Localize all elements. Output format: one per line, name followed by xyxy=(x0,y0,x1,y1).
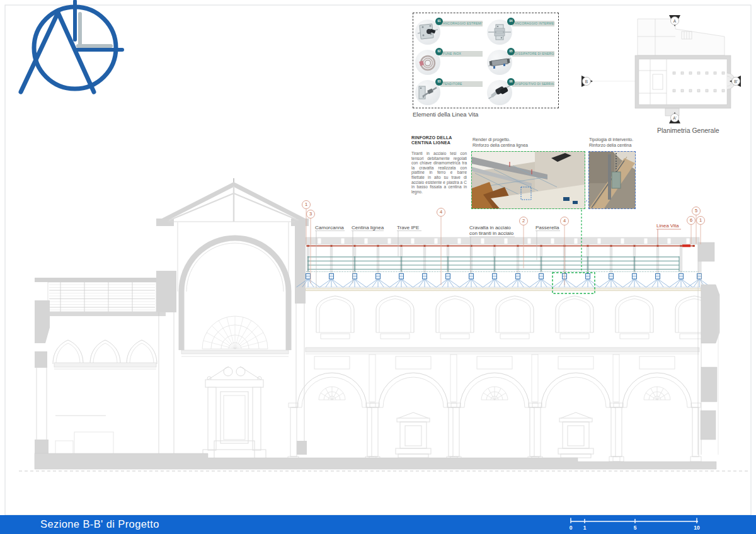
callout-5: 5 xyxy=(692,207,701,215)
element-number-badge: 04 xyxy=(507,18,515,25)
right-wall xyxy=(698,242,719,455)
callout-4b: 4 xyxy=(560,217,569,225)
callout-1: 1 xyxy=(302,200,311,209)
element-label: DISPOSITIVO DI SERRAGGIO xyxy=(512,81,554,87)
element-label-bar: DISSIPATORE DI ENERGIA xyxy=(512,51,554,57)
reinforcement-title: RINFORZO DELLACENTINA LIGNEA xyxy=(411,135,467,145)
section-drawing: A A' B B' xyxy=(0,0,756,534)
element-label-bar: ANCORAGGIO INTERMEDIO xyxy=(512,21,554,26)
planimetria-plan: A A' B B' xyxy=(581,15,741,123)
photo-scene xyxy=(589,152,635,208)
nave-clerestory xyxy=(316,296,713,339)
nave-arcade xyxy=(288,355,701,462)
camorcanna-band xyxy=(306,288,701,291)
scale-bar: 0 1 5 10 xyxy=(561,515,712,534)
photo-caption: Tipologia di intervento.Rinforzo della c… xyxy=(589,137,633,148)
centina-braces xyxy=(297,274,711,288)
element-number-badge: 01 xyxy=(435,18,443,25)
label-passerella: Passerella xyxy=(536,225,559,230)
element-label-bar: ANCORAGGIO ESTREMITÀ xyxy=(440,21,483,26)
element-item-03: TENDITORE 03 xyxy=(415,79,485,108)
linea-vita-elements-panel: ANCORAGGIO ESTREMITÀ 01 ANCORAGGIO INTER… xyxy=(413,13,559,108)
callout-6: 6 xyxy=(687,216,696,225)
render-image xyxy=(471,151,585,209)
linea-vita-line xyxy=(306,244,695,247)
sheet-title-bar: Sezione B-B' di Progetto 0 1 5 10 xyxy=(0,515,756,534)
scale-5: 5 xyxy=(634,525,637,531)
section-gable-room xyxy=(156,178,309,458)
element-label: TENDITORE xyxy=(440,81,483,87)
element-item-02: FUNE INOX 02 xyxy=(415,48,485,78)
intervention-photo xyxy=(588,151,636,209)
plan-caption: Planimetria Generale xyxy=(657,127,719,134)
element-label-bar: DISPOSITIVO DI SERRAGGIO xyxy=(512,81,554,87)
nave-roof-structure xyxy=(297,237,711,293)
elements-panel-caption: Elementi della Linea Vita xyxy=(413,111,478,118)
sheet-title: Sezione B-B' di Progetto xyxy=(40,518,159,530)
render-scene xyxy=(472,152,585,208)
studio-logo xyxy=(21,1,122,92)
portal-aedicule xyxy=(203,366,266,458)
scale-0: 0 xyxy=(570,525,573,531)
label-centina-lignea: Centina lignea xyxy=(352,225,384,230)
label-linea-vita: Linea Vita xyxy=(656,223,679,229)
element-item-01: ANCORAGGIO ESTREMITÀ 01 xyxy=(415,18,485,48)
element-label: ANCORAGGIO INTERMEDIO xyxy=(512,21,554,26)
label-cravatta: Cravatta in acciaiocon tiranti in acciai… xyxy=(469,225,513,236)
render-caption: Render di progetto.Rinforzo della centin… xyxy=(472,137,528,148)
callout-1b: 1 xyxy=(696,216,705,225)
element-label: FUNE INOX xyxy=(440,51,483,57)
element-number-badge: 06 xyxy=(507,78,515,86)
element-number-badge: 02 xyxy=(435,48,443,55)
marker-a1: A' xyxy=(673,116,677,120)
element-label-bar: TENDITORE xyxy=(440,81,483,87)
reinforcement-text-block: RINFORZO DELLACENTINA LIGNEA Tiranti in … xyxy=(411,135,467,194)
element-item-04: ANCORAGGIO INTERMEDIO 04 xyxy=(486,18,557,48)
callout-4: 4 xyxy=(437,208,445,217)
element-item-05: DISSIPATORE DI ENERGIA 05 xyxy=(486,48,557,78)
scale-10: 10 xyxy=(694,525,700,531)
reinforcement-body: Tiranti in acciaio tesi con tensori debi… xyxy=(411,151,467,194)
element-label-bar: FUNE INOX xyxy=(440,51,483,57)
passerella-walkway xyxy=(306,256,699,272)
marker-b: B xyxy=(585,79,588,84)
element-item-06: DISPOSITIVO DI SERRAGGIO 06 xyxy=(486,79,557,108)
element-number-badge: 03 xyxy=(435,78,443,86)
scale-1: 1 xyxy=(583,525,587,531)
callout-3: 3 xyxy=(306,210,315,219)
label-camorcanna: Camorcanna xyxy=(315,225,344,230)
element-label: DISSIPATORE DI ENERGIA xyxy=(512,51,554,57)
callout-2: 2 xyxy=(519,217,528,225)
element-label: ANCORAGGIO ESTREMITÀ xyxy=(440,21,483,26)
marker-a: A xyxy=(673,19,677,23)
element-number-badge: 05 xyxy=(507,48,515,55)
marker-b1: B' xyxy=(734,79,738,84)
drawing-sheet: A A' B B' xyxy=(0,0,756,534)
label-trave-ipe: Trave IPE xyxy=(397,225,419,230)
section-left-wing xyxy=(35,271,176,455)
